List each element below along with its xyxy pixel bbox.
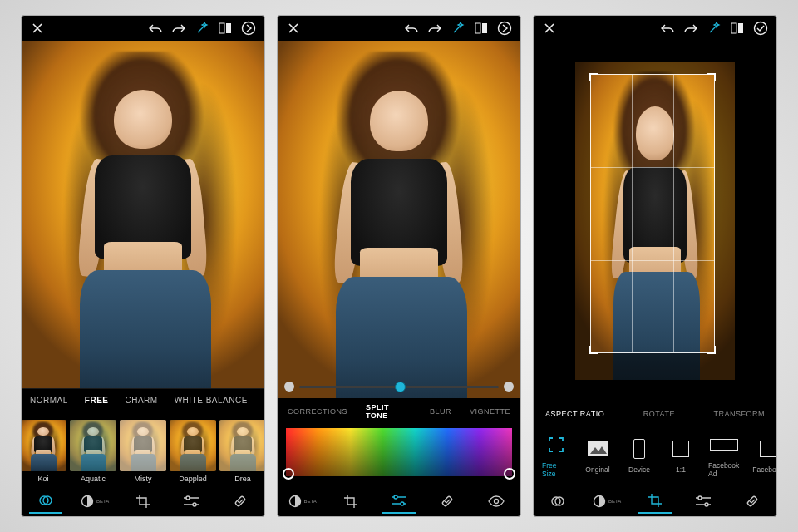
adjust-tab[interactable]: VIGNETTE (470, 407, 510, 416)
preset-label: Drea (234, 475, 251, 483)
crop-mode-tab[interactable]: ROTATE (643, 410, 675, 418)
aspect-device[interactable]: Device (625, 437, 653, 474)
redo-icon[interactable] (170, 19, 188, 37)
filters-tab-icon[interactable]: BETA (590, 489, 623, 514)
free-size-icon (542, 433, 570, 456)
eye-tab-icon[interactable] (480, 489, 513, 514)
svg-rect-8 (234, 495, 245, 506)
crop-tab-icon[interactable] (126, 489, 160, 514)
close-icon[interactable] (284, 19, 303, 37)
aspect-facebook[interactable]: Facebook (752, 437, 776, 474)
bottom-nav: BETA (22, 485, 264, 516)
look-category-strip[interactable]: NORMAL FREE CHARM WHITE BALANCE BLACK (22, 388, 264, 411)
undo-icon[interactable] (658, 19, 677, 37)
adjust-tab-strip[interactable]: CORRECTIONS SPLIT TONE BLUR VIGNETTE (278, 398, 520, 425)
slider-track[interactable] (299, 386, 499, 388)
aspect-free-size[interactable]: Free Size (542, 433, 570, 478)
adjust-tab[interactable]: BLUR (430, 407, 451, 416)
preset-label: Misty (135, 475, 152, 483)
auto-wand-icon[interactable] (705, 19, 723, 37)
compare-icon[interactable] (472, 19, 490, 37)
crop-handle-tr[interactable] (704, 73, 716, 85)
heal-tab-icon[interactable] (431, 489, 464, 514)
adjust-tab-icon[interactable] (687, 489, 720, 514)
preset-koi[interactable]: Koi (22, 420, 66, 483)
svg-rect-17 (732, 23, 736, 33)
slider-end-right[interactable] (504, 382, 514, 392)
adjust-tab[interactable]: CORRECTIONS (288, 407, 347, 416)
next-icon[interactable] (495, 19, 514, 37)
heal-tab-icon[interactable] (736, 489, 769, 514)
crop-handle-bl[interactable] (589, 342, 601, 354)
image-canvas[interactable] (22, 41, 264, 388)
crop-tab-icon[interactable] (334, 489, 367, 514)
highlight-color-handle[interactable] (504, 468, 515, 480)
image-canvas[interactable] (278, 41, 520, 398)
look-category[interactable]: CHARM (125, 396, 157, 405)
screen-looks: NORMAL FREE CHARM WHITE BALANCE BLACK Ko… (21, 15, 265, 517)
look-category[interactable]: FREE (85, 396, 109, 405)
adjust-tab-icon[interactable] (382, 489, 416, 514)
split-tone-color-picker[interactable] (278, 425, 520, 485)
compare-icon[interactable] (216, 19, 234, 37)
crop-handle-tl[interactable] (589, 73, 601, 85)
slider-thumb[interactable] (395, 382, 406, 392)
compare-expand-icon[interactable] (728, 19, 746, 37)
redo-icon[interactable] (682, 19, 700, 37)
aspect-label: Device (628, 466, 650, 474)
aspect-ratio-strip[interactable]: Free Size Original Device 1:1 Facebook A… (534, 426, 776, 485)
crop-dim (575, 62, 735, 74)
preset-misty[interactable]: Misty (120, 420, 166, 483)
crop-handle-br[interactable] (704, 342, 716, 354)
apply-icon[interactable] (751, 19, 770, 37)
aspect-label: Free Size (542, 461, 570, 478)
auto-wand-icon[interactable] (193, 19, 211, 37)
photo (278, 41, 520, 398)
shadow-color-handle[interactable] (283, 468, 294, 480)
svg-rect-10 (482, 23, 487, 33)
look-category[interactable]: NORMAL (30, 396, 68, 405)
preset-dream[interactable]: Drea (219, 420, 264, 483)
crop-mode-tab[interactable]: TRANSFORM (713, 410, 765, 418)
svg-point-16 (494, 499, 498, 503)
crop-box[interactable] (590, 74, 715, 353)
preset-aquatic[interactable]: Aquatic (70, 420, 116, 483)
aspect-label: Original (585, 466, 609, 474)
crop-tab-icon[interactable] (638, 489, 672, 514)
intensity-slider[interactable] (284, 382, 514, 392)
next-icon[interactable] (239, 19, 258, 37)
aspect-1-1[interactable]: 1:1 (667, 437, 695, 474)
top-bar (22, 16, 264, 41)
filters-tab-icon[interactable]: BETA (78, 489, 111, 514)
looks-tab-icon[interactable] (541, 489, 574, 514)
spectrum-gradient[interactable] (286, 428, 512, 476)
slider-end-left[interactable] (284, 382, 294, 392)
crop-dim (575, 74, 590, 380)
svg-point-26 (705, 503, 708, 506)
adjust-tab[interactable]: SPLIT TONE (366, 403, 411, 420)
crop-mode-tab[interactable]: ASPECT RATIO (545, 410, 604, 418)
crop-dim (715, 74, 735, 380)
undo-icon[interactable] (402, 19, 421, 37)
close-icon[interactable] (540, 19, 559, 37)
preset-label: Dappled (179, 475, 207, 483)
crop-mode-strip[interactable]: ASPECT RATIO ROTATE TRANSFORM (534, 401, 776, 426)
aspect-label: Facebook (752, 466, 776, 474)
aspect-original[interactable]: Original (584, 437, 612, 474)
svg-point-7 (193, 503, 196, 506)
preset-dappled[interactable]: Dappled (170, 420, 216, 483)
crop-canvas[interactable] (534, 41, 776, 401)
look-category[interactable]: WHITE BALANCE (175, 396, 248, 405)
adjust-tab-icon[interactable] (175, 489, 208, 514)
close-icon[interactable] (28, 19, 47, 37)
filters-tab-icon[interactable]: BETA (285, 489, 318, 514)
auto-wand-icon[interactable] (449, 19, 467, 37)
looks-tab-icon[interactable] (29, 489, 62, 514)
svg-point-11 (499, 22, 511, 35)
preset-strip[interactable]: Koi Aquatic Misty Dappled Drea (22, 411, 264, 485)
heal-tab-icon[interactable] (224, 489, 257, 514)
redo-icon[interactable] (426, 19, 444, 37)
undo-icon[interactable] (146, 19, 165, 37)
aspect-facebook-ad[interactable]: Facebook Ad (708, 433, 739, 478)
beta-label: BETA (304, 499, 317, 504)
